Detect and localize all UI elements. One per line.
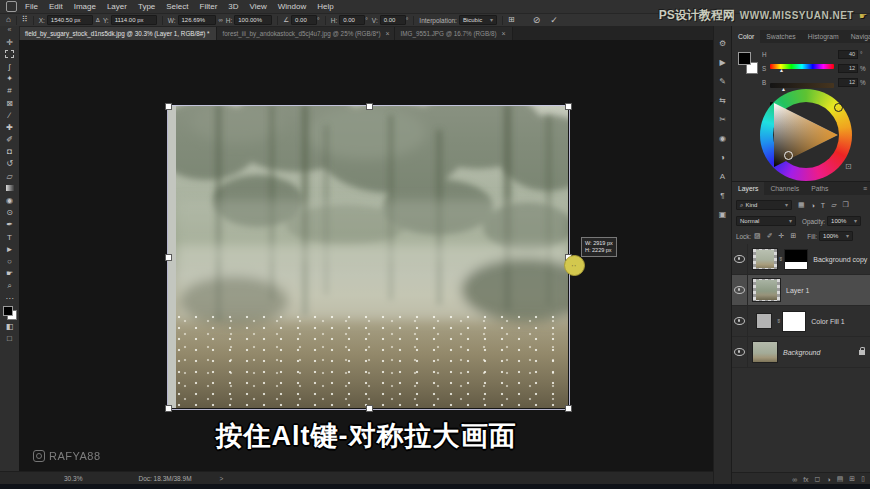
brush-settings-panel-icon[interactable]: ✎ [714, 72, 731, 91]
crop-tool-icon[interactable]: # [0, 85, 19, 97]
home-icon[interactable]: ⌂ [6, 15, 11, 25]
tab-document-2[interactable]: forest_iii_by_andokastock_d5cj4u7.jpg @ … [217, 27, 395, 40]
layer-name[interactable]: Background [783, 349, 820, 356]
layer-style-icon[interactable]: fx [803, 476, 808, 483]
libraries-panel-icon[interactable]: ▣ [714, 205, 731, 224]
saturation-slider-thumb[interactable]: ▲ [781, 87, 786, 91]
clone-stamp-tool-icon[interactable]: ◘ [0, 146, 19, 158]
tab-document-1[interactable]: field_by_sugary_stock_d1ns5dk.jpg @ 30.3… [19, 27, 217, 40]
layer-name[interactable]: Background copy [813, 256, 867, 263]
actions-panel-icon[interactable]: ▶ [714, 53, 731, 72]
saturation-value-field[interactable]: 12 [838, 64, 858, 73]
add-layer-mask-icon[interactable]: ◻ [815, 475, 821, 483]
foreground-color-swatch[interactable] [3, 306, 13, 316]
hue-slider-thumb[interactable]: ▲ [779, 68, 784, 72]
menu-view[interactable]: View [250, 2, 267, 11]
fill-field[interactable]: 100% ▾ [819, 231, 853, 241]
brightness-value-field[interactable]: 12 [838, 78, 858, 87]
saturation-slider[interactable]: ▲ [770, 83, 834, 88]
filter-smart-objects-icon[interactable]: ❒ [843, 201, 849, 209]
gradient-tool-icon[interactable] [0, 182, 19, 194]
maintain-aspect-icon[interactable]: ∞ [219, 15, 223, 25]
eraser-tool-icon[interactable]: ▱ [0, 170, 19, 182]
panel-color-swatches[interactable] [738, 52, 758, 74]
collapse-toolbar-icon[interactable]: « [8, 26, 12, 36]
foreground-color-swatch[interactable] [738, 52, 751, 65]
menu-select[interactable]: Select [166, 2, 188, 11]
tab-navigator[interactable]: Navigator [845, 30, 870, 43]
tab-swatches[interactable]: Swatches [760, 30, 801, 43]
commit-transform-icon[interactable]: ✓ [550, 15, 558, 25]
brush-tool-icon[interactable]: ✐ [0, 134, 19, 146]
vskew-field[interactable]: 0.00 [380, 15, 406, 25]
layer-thumbnail[interactable] [752, 341, 778, 363]
blur-tool-icon[interactable]: ◉ [0, 194, 19, 206]
tab-histogram[interactable]: Histogram [802, 30, 845, 43]
lock-position-icon[interactable]: ✛ [779, 232, 785, 240]
menu-image[interactable]: Image [74, 2, 96, 11]
tab-layers[interactable]: Layers [732, 182, 764, 195]
layer-thumbnail[interactable] [752, 278, 781, 302]
character-panel-icon[interactable]: A [714, 167, 731, 186]
shape-tool-icon[interactable]: ○ [0, 255, 19, 267]
reference-point-icon[interactable]: ⠿ [22, 15, 28, 25]
filter-adjustment-layers-icon[interactable]: ◑ [811, 202, 815, 209]
blend-mode-select[interactable]: Normal ▾ [736, 216, 796, 226]
new-layer-icon[interactable]: ⊞ [849, 475, 855, 483]
lasso-tool-icon[interactable]: ʃ [0, 60, 19, 72]
lock-all-icon[interactable]: ⊞ [790, 232, 796, 240]
close-icon[interactable]: × [502, 30, 506, 37]
crop-panel-icon[interactable]: ✂ [714, 110, 731, 129]
relative-position-icon[interactable]: Δ [96, 15, 100, 25]
status-options-arrow[interactable]: > [220, 475, 224, 482]
x-position-field[interactable]: 1540.50 px [47, 15, 93, 25]
hand-tool-icon[interactable]: ☛ [0, 268, 19, 280]
link-layers-icon[interactable]: ∞ [792, 476, 797, 483]
close-icon[interactable]: × [386, 30, 390, 37]
lock-image-icon[interactable]: ✐ [767, 232, 773, 240]
eyedropper-tool-icon[interactable]: ∕ [0, 109, 19, 121]
layer-thumbnail[interactable] [752, 248, 778, 270]
warp-mode-icon[interactable]: ⊞ [508, 15, 515, 25]
width-field[interactable]: 126.69% [178, 15, 216, 25]
layer-mask-thumbnail[interactable] [782, 311, 806, 332]
color-wheel[interactable] [760, 89, 852, 181]
screen-mode-icon[interactable]: □ [0, 332, 19, 344]
properties-panel-icon[interactable]: ⚙ [714, 34, 731, 53]
layer-row-background[interactable]: Background [732, 337, 870, 368]
clone-source-panel-icon[interactable]: ⇆ [714, 91, 731, 110]
paragraph-panel-icon[interactable]: ¶ [714, 186, 731, 205]
layer-thumbnail[interactable] [752, 311, 776, 331]
layer-name[interactable]: Color Fill 1 [811, 318, 844, 325]
zoom-tool-icon[interactable]: ⌕ [0, 280, 19, 292]
healing-brush-tool-icon[interactable]: ✚ [0, 121, 19, 133]
visibility-toggle[interactable] [732, 337, 748, 367]
opacity-field[interactable]: 100% ▾ [827, 216, 861, 226]
path-selection-tool-icon[interactable]: ► [0, 243, 19, 255]
interpolation-select[interactable]: Bicubic▾ [459, 15, 497, 25]
layer-mask-thumbnail[interactable] [784, 249, 808, 270]
menu-help[interactable]: Help [317, 2, 333, 11]
menu-type[interactable]: Type [138, 2, 155, 11]
menu-layer[interactable]: Layer [107, 2, 127, 11]
y-position-field[interactable]: 1114.00 px [111, 15, 157, 25]
new-group-icon[interactable]: ▤ [837, 475, 844, 483]
lock-transparency-icon[interactable]: ▨ [754, 232, 761, 240]
tab-document-3[interactable]: IMG_9551.JPG @ 16.7% (RGB/8) × [395, 27, 513, 40]
menu-3d[interactable]: 3D [228, 2, 238, 11]
info-panel-icon[interactable]: ◉ [714, 129, 731, 148]
tab-channels[interactable]: Channels [764, 182, 805, 195]
panel-menu-icon[interactable]: ≡ [863, 185, 867, 192]
menu-file[interactable]: File [25, 2, 38, 11]
cancel-transform-icon[interactable]: ⊘ [533, 15, 541, 25]
menu-filter[interactable]: Filter [200, 2, 218, 11]
hue-ring-selector[interactable] [834, 103, 843, 112]
hskew-field[interactable]: 0.00 [339, 15, 365, 25]
foreground-background-swatches[interactable] [3, 306, 17, 320]
zoom-level-field[interactable]: 30.3% [64, 475, 82, 482]
type-tool-icon[interactable]: T [0, 231, 19, 243]
mask-link-icon[interactable]: ∞ [776, 319, 782, 323]
hue-value-field[interactable]: 40 [838, 50, 858, 59]
pen-tool-icon[interactable]: ✒ [0, 219, 19, 231]
tab-color[interactable]: Color [732, 30, 760, 43]
